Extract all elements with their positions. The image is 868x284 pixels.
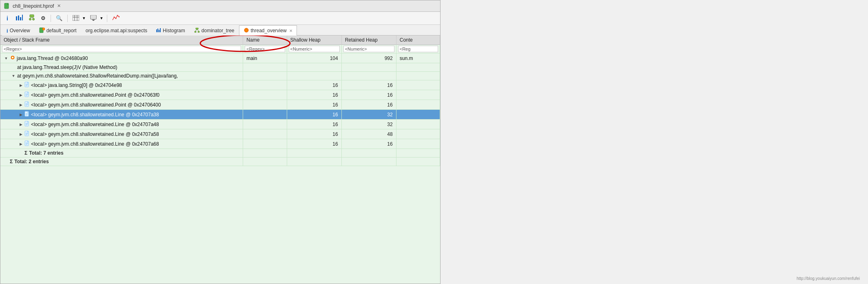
col-header-retained[interactable]: Retained Heap (341, 36, 396, 45)
chart-button[interactable] (110, 14, 122, 23)
filter-cell-retained (341, 45, 396, 53)
table-row[interactable]: ▶ <local> geym.jvm.ch8.shallowretained.L… (0, 110, 440, 120)
filter-object[interactable] (2, 46, 241, 52)
object-text: <local> geym.jvm.ch8.shallowretained.Lin… (31, 122, 159, 127)
filter-shallow[interactable] (289, 46, 340, 52)
col-header-object[interactable]: Object / Stack Frame (0, 36, 243, 45)
expand-button[interactable]: ▶ (18, 132, 23, 137)
svg-rect-26 (160, 28, 161, 32)
cell-retained: 48 (341, 129, 396, 139)
table-row[interactable]: ▶ <local> geym.jvm.ch8.shallowretained.P… (0, 90, 440, 100)
cell-shallow: 16 (287, 139, 341, 149)
table-row[interactable]: ▶ <local> java.lang.String[0] @ 0x24704e… (0, 80, 440, 90)
table-button[interactable] (71, 14, 81, 23)
svg-rect-3 (18, 16, 19, 20)
svg-rect-25 (159, 30, 159, 32)
table-row[interactable]: ▼at geym.jvm.ch8.shallowretained.Shallow… (0, 72, 440, 80)
dominator-button[interactable] (27, 14, 37, 23)
cell-context: sun.m (396, 53, 440, 63)
table-row[interactable]: at java.lang.Thread.sleep(J)V (Native Me… (0, 63, 440, 72)
export-button[interactable] (88, 14, 99, 23)
cell-retained: 16 (341, 90, 396, 100)
table-row[interactable]: ▶ <local> geym.jvm.ch8.shallowretained.L… (0, 129, 440, 139)
filter-cell-name (243, 45, 287, 53)
tab-close-icon[interactable]: ✕ (289, 29, 292, 33)
table-row[interactable]: ΣTotal: 2 entries (0, 158, 440, 166)
expand-button[interactable]: ▶ (18, 93, 23, 98)
histogram-button[interactable] (13, 14, 25, 23)
dropdown-chevron-icon: ▾ (83, 16, 85, 21)
table-row[interactable]: ΣTotal: 7 entries (0, 149, 440, 158)
cell-name: main (243, 53, 287, 63)
tab-overview[interactable]: i Overview (2, 25, 35, 36)
expand-button[interactable]: ▶ (18, 102, 23, 107)
svg-line-31 (197, 29, 199, 31)
window-title: ch8_linepoint.hprof (13, 3, 54, 9)
filter-context[interactable] (398, 46, 438, 52)
cell-context (396, 110, 440, 120)
export-dropdown-arrow[interactable]: ▾ (99, 14, 104, 23)
table-dropdown-arrow[interactable]: ▾ (82, 14, 86, 23)
tab-default-report-icon (39, 27, 45, 34)
filter-name[interactable] (245, 46, 285, 52)
expand-button[interactable]: ▶ (18, 122, 23, 127)
node-icon (24, 91, 30, 98)
expand-button[interactable]: ▼ (4, 56, 9, 61)
tab-default-report-label: default_report (46, 28, 77, 33)
tab-default-report[interactable]: default_report (35, 25, 81, 36)
expand-button[interactable]: ▶ (18, 142, 23, 146)
expand-button[interactable]: ▼ (11, 73, 16, 78)
table-body: ▼ java.lang.Thread @ 0x24680a90main10499… (0, 45, 440, 166)
expand-button[interactable]: ▶ (18, 112, 23, 117)
col-header-context[interactable]: Conte (396, 36, 440, 45)
svg-point-8 (33, 18, 35, 20)
object-text: Total: 7 entries (29, 150, 63, 156)
cell-object: ▼at geym.jvm.ch8.shallowretained.Shallow… (0, 72, 243, 80)
cell-name (243, 90, 287, 100)
expand-button (11, 65, 16, 70)
filter-cell-shallow (287, 45, 341, 53)
query-icon: ⚙ (41, 15, 46, 21)
tab-dominator-tree[interactable]: dominator_tree (190, 25, 239, 36)
col-header-name[interactable]: Name (243, 36, 287, 45)
right-panel (441, 0, 868, 284)
table-row[interactable]: ▶ <local> geym.jvm.ch8.shallowretained.L… (0, 139, 440, 149)
object-text: <local> geym.jvm.ch8.shallowretained.Poi… (31, 92, 159, 98)
col-header-shallow[interactable]: Shallow Heap (287, 36, 341, 45)
tab-histogram[interactable]: Histogram (152, 25, 190, 36)
tab-histogram-label: Histogram (163, 28, 185, 33)
svg-rect-24 (157, 29, 158, 32)
cell-context (396, 139, 440, 149)
cell-object: ΣTotal: 7 entries (0, 149, 243, 158)
svg-point-7 (29, 18, 31, 20)
cell-name (243, 120, 287, 129)
inspect-button[interactable]: 🔍 (54, 14, 64, 23)
svg-rect-5 (22, 15, 23, 20)
node-icon (24, 121, 30, 128)
cell-name (243, 72, 287, 80)
cell-name (243, 110, 287, 120)
cell-retained: 992 (341, 53, 396, 63)
expand-button[interactable]: ▶ (18, 83, 23, 88)
filter-cell-object (0, 45, 243, 53)
object-text: <local> geym.jvm.ch8.shallowretained.Lin… (31, 112, 159, 118)
query-button[interactable]: ⚙ (39, 14, 48, 23)
table-row[interactable]: ▶ <local> geym.jvm.ch8.shallowretained.P… (0, 100, 440, 110)
table-header-row: Object / Stack Frame Name Shallow Heap R… (0, 36, 440, 45)
table-dropdown[interactable]: ▾ (71, 14, 86, 23)
cell-name (243, 100, 287, 110)
table-row[interactable]: ▼ java.lang.Thread @ 0x24680a90main10499… (0, 53, 440, 63)
toolbar-sep-1 (51, 15, 51, 22)
info-button[interactable]: i (3, 14, 12, 23)
svg-rect-16 (91, 16, 95, 18)
cell-context (396, 120, 440, 129)
filter-retained[interactable] (343, 46, 394, 52)
svg-line-30 (195, 29, 197, 31)
tab-suspects[interactable]: org.eclipse.mat.api:suspects (81, 25, 152, 36)
table-container: Object / Stack Frame Name Shallow Heap R… (0, 36, 440, 284)
table-row[interactable]: ▶ <local> geym.jvm.ch8.shallowretained.L… (0, 120, 440, 129)
export-dropdown[interactable]: ▾ (88, 14, 104, 23)
cell-retained (341, 149, 396, 158)
tab-thread-overview[interactable]: thread_overview ✕ (239, 25, 297, 36)
window-close-icon[interactable]: ✕ (57, 3, 61, 9)
